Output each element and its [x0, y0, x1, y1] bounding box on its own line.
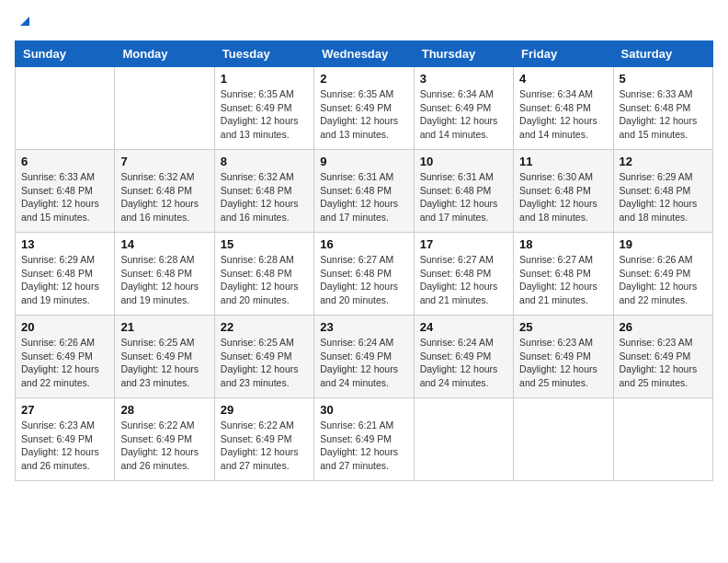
day-number: 10 [420, 155, 507, 168]
calendar-cell: 12 Sunrise: 6:29 AMSunset: 6:48 PMDaylig… [613, 150, 712, 233]
svg-marker-0 [20, 17, 29, 26]
calendar-header-monday: Monday [115, 41, 214, 67]
day-number: 12 [620, 155, 707, 168]
day-number: 28 [120, 403, 208, 417]
calendar-week-row: 20 Sunrise: 6:26 AMSunset: 6:49 PMDaylig… [16, 316, 713, 398]
day-info: Sunrise: 6:23 AMSunset: 6:49 PMDaylight:… [620, 337, 698, 388]
calendar-cell: 7 Sunrise: 6:32 AMSunset: 6:48 PMDayligh… [115, 150, 214, 233]
calendar-header-thursday: Thursday [414, 41, 513, 67]
day-number: 6 [21, 155, 108, 168]
day-info: Sunrise: 6:23 AMSunset: 6:49 PMDaylight:… [519, 337, 597, 388]
day-number: 29 [221, 403, 308, 417]
day-info: Sunrise: 6:31 AMSunset: 6:48 PMDaylight:… [420, 171, 498, 223]
day-number: 27 [21, 403, 108, 417]
day-number: 23 [320, 320, 407, 334]
calendar-cell: 13 Sunrise: 6:29 AMSunset: 6:48 PMDaylig… [16, 233, 115, 316]
day-info: Sunrise: 6:32 AMSunset: 6:48 PMDaylight:… [120, 171, 199, 223]
calendar-cell: 25 Sunrise: 6:23 AMSunset: 6:49 PMDaylig… [514, 316, 613, 398]
calendar-week-row: 13 Sunrise: 6:29 AMSunset: 6:48 PMDaylig… [16, 233, 713, 316]
day-number: 17 [420, 237, 507, 251]
day-number: 21 [120, 320, 208, 334]
day-number: 3 [420, 72, 507, 86]
day-info: Sunrise: 6:29 AMSunset: 6:48 PMDaylight:… [620, 171, 698, 223]
day-number: 11 [519, 155, 607, 168]
day-number: 13 [21, 237, 108, 251]
calendar-cell: 9 Sunrise: 6:31 AMSunset: 6:48 PMDayligh… [314, 150, 414, 233]
day-number: 14 [120, 237, 208, 251]
day-info: Sunrise: 6:27 AMSunset: 6:48 PMDaylight:… [420, 254, 498, 305]
calendar-cell: 5 Sunrise: 6:33 AMSunset: 6:48 PMDayligh… [613, 67, 712, 150]
calendar-cell: 20 Sunrise: 6:26 AMSunset: 6:49 PMDaylig… [16, 316, 115, 398]
day-number: 5 [620, 72, 707, 86]
day-info: Sunrise: 6:31 AMSunset: 6:48 PMDaylight:… [320, 171, 398, 223]
calendar-week-row: 1 Sunrise: 6:35 AMSunset: 6:49 PMDayligh… [16, 67, 713, 150]
day-info: Sunrise: 6:24 AMSunset: 6:49 PMDaylight:… [320, 337, 398, 388]
day-number: 18 [519, 237, 607, 251]
day-info: Sunrise: 6:33 AMSunset: 6:48 PMDaylight:… [21, 171, 99, 223]
day-number: 1 [221, 72, 308, 86]
day-info: Sunrise: 6:29 AMSunset: 6:48 PMDaylight:… [21, 254, 99, 305]
calendar-cell: 1 Sunrise: 6:35 AMSunset: 6:49 PMDayligh… [214, 67, 313, 150]
day-number: 4 [519, 72, 607, 86]
day-info: Sunrise: 6:22 AMSunset: 6:49 PMDaylight:… [221, 419, 299, 471]
calendar-week-row: 6 Sunrise: 6:33 AMSunset: 6:48 PMDayligh… [16, 150, 713, 233]
calendar-cell: 18 Sunrise: 6:27 AMSunset: 6:48 PMDaylig… [514, 233, 613, 316]
day-number: 25 [519, 320, 607, 334]
day-number: 2 [320, 72, 407, 86]
day-info: Sunrise: 6:35 AMSunset: 6:49 PMDaylight:… [221, 88, 299, 140]
calendar-cell: 22 Sunrise: 6:25 AMSunset: 6:49 PMDaylig… [214, 316, 313, 398]
day-info: Sunrise: 6:27 AMSunset: 6:48 PMDaylight:… [519, 254, 597, 305]
day-number: 8 [221, 155, 308, 168]
calendar-cell: 28 Sunrise: 6:22 AMSunset: 6:49 PMDaylig… [115, 398, 214, 481]
calendar-cell: 21 Sunrise: 6:25 AMSunset: 6:49 PMDaylig… [115, 316, 214, 398]
calendar-cell: 14 Sunrise: 6:28 AMSunset: 6:48 PMDaylig… [115, 233, 214, 316]
calendar-cell: 29 Sunrise: 6:22 AMSunset: 6:49 PMDaylig… [214, 398, 313, 481]
day-info: Sunrise: 6:34 AMSunset: 6:49 PMDaylight:… [420, 88, 498, 140]
day-number: 9 [320, 155, 407, 168]
day-number: 30 [320, 403, 407, 417]
day-number: 7 [120, 155, 208, 168]
day-info: Sunrise: 6:21 AMSunset: 6:49 PMDaylight:… [320, 419, 398, 471]
logo-icon [17, 13, 33, 29]
calendar-cell: 15 Sunrise: 6:28 AMSunset: 6:48 PMDaylig… [214, 233, 313, 316]
calendar-header-row: SundayMondayTuesdayWednesdayThursdayFrid… [16, 41, 713, 67]
calendar-cell: 23 Sunrise: 6:24 AMSunset: 6:49 PMDaylig… [314, 316, 414, 398]
day-number: 15 [221, 237, 308, 251]
day-info: Sunrise: 6:26 AMSunset: 6:49 PMDaylight:… [620, 254, 698, 305]
calendar-cell: 11 Sunrise: 6:30 AMSunset: 6:48 PMDaylig… [514, 150, 613, 233]
calendar-cell [115, 67, 214, 150]
day-number: 16 [320, 237, 407, 251]
calendar-cell: 6 Sunrise: 6:33 AMSunset: 6:48 PMDayligh… [16, 150, 115, 233]
calendar-cell: 2 Sunrise: 6:35 AMSunset: 6:49 PMDayligh… [314, 67, 414, 150]
calendar-header-sunday: Sunday [16, 41, 115, 67]
calendar-header-saturday: Saturday [613, 41, 712, 67]
calendar-cell: 3 Sunrise: 6:34 AMSunset: 6:49 PMDayligh… [414, 67, 513, 150]
day-info: Sunrise: 6:35 AMSunset: 6:49 PMDaylight:… [320, 88, 398, 140]
calendar-cell: 26 Sunrise: 6:23 AMSunset: 6:49 PMDaylig… [613, 316, 712, 398]
day-info: Sunrise: 6:24 AMSunset: 6:49 PMDaylight:… [420, 337, 498, 388]
calendar-cell: 27 Sunrise: 6:23 AMSunset: 6:49 PMDaylig… [16, 398, 115, 481]
calendar-header-tuesday: Tuesday [214, 41, 313, 67]
day-info: Sunrise: 6:34 AMSunset: 6:48 PMDaylight:… [519, 88, 597, 140]
day-info: Sunrise: 6:25 AMSunset: 6:49 PMDaylight:… [221, 337, 299, 388]
calendar-table: SundayMondayTuesdayWednesdayThursdayFrid… [15, 40, 713, 481]
calendar-header-friday: Friday [514, 41, 613, 67]
calendar-cell: 10 Sunrise: 6:31 AMSunset: 6:48 PMDaylig… [414, 150, 513, 233]
calendar-cell: 16 Sunrise: 6:27 AMSunset: 6:48 PMDaylig… [314, 233, 414, 316]
calendar-cell: 4 Sunrise: 6:34 AMSunset: 6:48 PMDayligh… [514, 67, 613, 150]
calendar-week-row: 27 Sunrise: 6:23 AMSunset: 6:49 PMDaylig… [16, 398, 713, 481]
day-info: Sunrise: 6:23 AMSunset: 6:49 PMDaylight:… [21, 419, 99, 471]
day-info: Sunrise: 6:27 AMSunset: 6:48 PMDaylight:… [320, 254, 398, 305]
day-info: Sunrise: 6:26 AMSunset: 6:49 PMDaylight:… [21, 337, 99, 388]
calendar-cell: 8 Sunrise: 6:32 AMSunset: 6:48 PMDayligh… [214, 150, 313, 233]
day-info: Sunrise: 6:28 AMSunset: 6:48 PMDaylight:… [120, 254, 199, 305]
calendar-cell: 24 Sunrise: 6:24 AMSunset: 6:49 PMDaylig… [414, 316, 513, 398]
calendar-cell: 17 Sunrise: 6:27 AMSunset: 6:48 PMDaylig… [414, 233, 513, 316]
day-number: 24 [420, 320, 507, 334]
day-info: Sunrise: 6:33 AMSunset: 6:48 PMDaylight:… [620, 88, 698, 140]
day-number: 22 [221, 320, 308, 334]
day-info: Sunrise: 6:28 AMSunset: 6:48 PMDaylight:… [221, 254, 299, 305]
day-info: Sunrise: 6:22 AMSunset: 6:49 PMDaylight:… [120, 419, 199, 471]
calendar-cell [613, 398, 712, 481]
day-info: Sunrise: 6:25 AMSunset: 6:49 PMDaylight:… [120, 337, 199, 388]
